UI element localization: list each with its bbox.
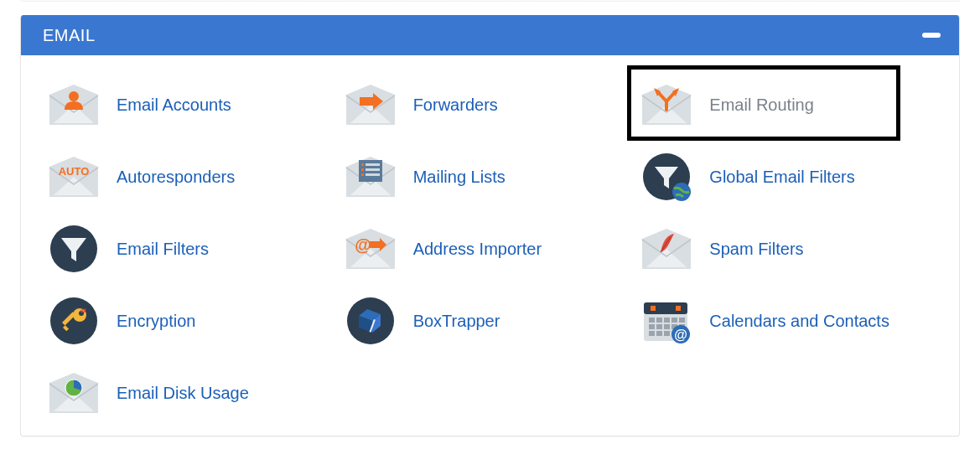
calendar-at-icon: @	[642, 297, 691, 345]
svg-rect-26	[361, 173, 364, 176]
svg-rect-59	[649, 324, 655, 329]
svg-marker-30	[61, 238, 86, 261]
box-trap-icon	[346, 297, 395, 345]
svg-text:@: @	[675, 328, 688, 342]
svg-rect-60	[656, 324, 662, 329]
funnel-globe-icon	[642, 152, 691, 201]
item-forwarders[interactable]: Forwarders	[346, 80, 635, 129]
email-panel-header[interactable]: EMAIL	[21, 15, 959, 55]
item-boxtrapper[interactable]: BoxTrapper	[346, 297, 635, 345]
svg-rect-53	[676, 306, 681, 311]
item-label: Email Accounts	[117, 96, 231, 115]
svg-rect-65	[656, 331, 662, 336]
svg-rect-58	[679, 318, 685, 323]
items-grid: Email Accounts Forwarders	[49, 80, 931, 417]
svg-rect-52	[651, 306, 656, 311]
envelope-at-arrow-icon: @	[346, 225, 395, 273]
item-email-disk-usage[interactable]: Email Disk Usage	[49, 369, 338, 417]
item-global-email-filters[interactable]: Global Email Filters	[642, 152, 931, 201]
funnel-icon	[49, 225, 98, 273]
item-autoresponders[interactable]: AUTO Autoresponders	[49, 152, 338, 201]
svg-rect-35	[370, 241, 380, 248]
item-label: Autoresponders	[117, 168, 235, 187]
collapse-icon[interactable]	[922, 33, 941, 38]
key-icon: 0E	[49, 297, 98, 345]
item-label: Address Importer	[413, 240, 542, 259]
item-label: BoxTrapper	[413, 312, 500, 331]
svg-rect-61	[664, 324, 670, 329]
item-email-filters[interactable]: Email Filters	[49, 225, 338, 273]
item-label: Email Disk Usage	[117, 384, 249, 403]
highlight-box	[627, 65, 900, 141]
item-spam-filters[interactable]: Spam Filters	[642, 225, 931, 273]
item-label: Calendars and Contacts	[709, 312, 889, 331]
svg-text:@: @	[355, 235, 371, 254]
svg-rect-22	[361, 163, 364, 166]
svg-text:0E: 0E	[80, 307, 87, 313]
svg-rect-55	[656, 318, 662, 323]
svg-rect-23	[366, 163, 380, 166]
svg-rect-43	[62, 312, 75, 325]
svg-rect-57	[671, 318, 677, 323]
item-label: Email Filters	[117, 240, 209, 259]
svg-rect-24	[361, 168, 364, 171]
svg-rect-44	[63, 325, 69, 331]
envelope-arrow-icon	[346, 80, 395, 129]
svg-rect-7	[360, 97, 373, 106]
svg-rect-56	[664, 318, 670, 323]
svg-rect-51	[644, 302, 687, 314]
email-panel: EMAIL Email Accounts	[20, 15, 960, 436]
item-label: Global Email Filters	[709, 168, 854, 187]
svg-rect-66	[664, 331, 670, 336]
item-label: Encryption	[117, 312, 196, 331]
item-mailing-lists[interactable]: Mailing Lists	[346, 152, 635, 201]
svg-point-3	[69, 91, 79, 101]
panel-title: EMAIL	[43, 26, 96, 45]
panel-body: Email Accounts Forwarders	[21, 55, 959, 436]
item-encryption[interactable]: 0E Encryption	[49, 297, 338, 345]
top-divider	[20, 0, 960, 2]
svg-text:AUTO: AUTO	[59, 165, 90, 178]
envelope-list-icon	[346, 152, 395, 201]
envelope-pie-icon	[49, 369, 98, 417]
item-label: Mailing Lists	[413, 168, 506, 187]
item-label: Spam Filters	[709, 240, 803, 259]
svg-rect-54	[649, 318, 655, 323]
envelope-person-icon	[49, 80, 98, 129]
item-label: Forwarders	[413, 96, 498, 115]
svg-rect-64	[649, 331, 655, 336]
item-email-routing[interactable]: Email Routing	[642, 80, 931, 129]
envelope-feather-icon	[642, 225, 691, 273]
item-address-importer[interactable]: @ Address Importer	[346, 225, 635, 273]
item-calendars-and-contacts[interactable]: @ Calendars and Contacts	[642, 297, 931, 345]
svg-rect-27	[366, 173, 380, 176]
item-email-accounts[interactable]: Email Accounts	[49, 80, 338, 129]
svg-rect-25	[366, 168, 380, 171]
envelope-auto-icon: AUTO	[49, 152, 98, 201]
